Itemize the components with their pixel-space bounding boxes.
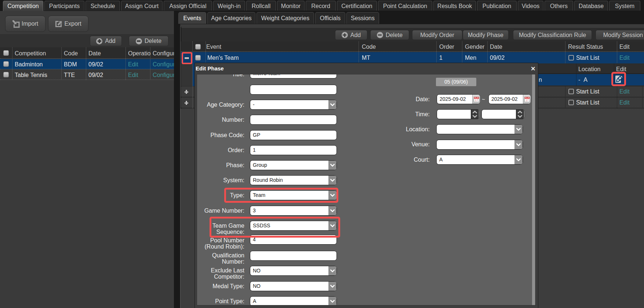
svg-text:17: 17 [475, 99, 478, 102]
svg-text:17: 17 [525, 99, 528, 102]
